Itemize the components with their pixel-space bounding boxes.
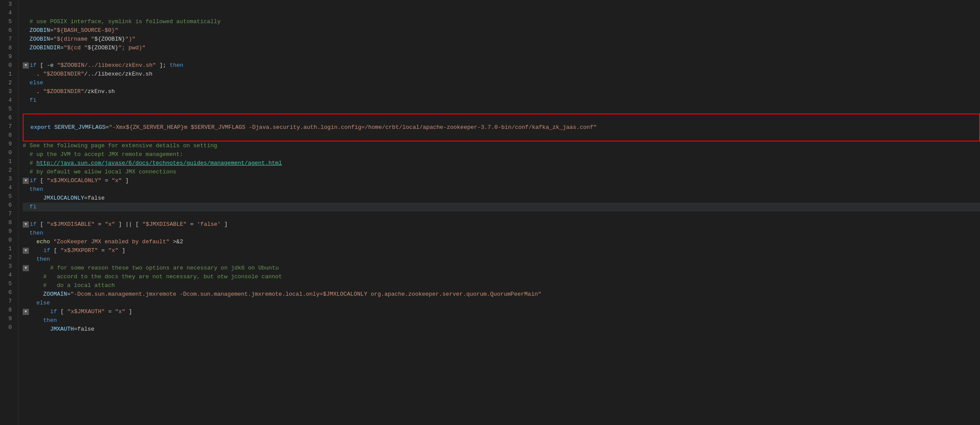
code-line: # up the JVM to accept JMX remote manage…: [23, 150, 980, 159]
line-number: 0: [0, 149, 14, 157]
code-line: fi: [23, 96, 980, 105]
code-line: fi: [23, 203, 980, 211]
line-number: 6: [0, 288, 14, 297]
line-number: 8: [0, 218, 14, 227]
code-line: then: [23, 255, 980, 264]
line-number: 4: [0, 271, 14, 280]
line-number: 5: [0, 17, 14, 26]
line-number: 9: [0, 314, 14, 323]
line-number: 1: [0, 70, 14, 79]
line-number: 0: [0, 236, 14, 245]
code-line: ZOOBIN="${BASH_SOURCE-$0}": [23, 26, 980, 35]
code-line: [24, 132, 979, 141]
code-line: [23, 211, 980, 220]
code-line: [23, 105, 980, 114]
line-number: 6: [0, 201, 14, 210]
code-line: ZOOBIN="$(dirname "${ZOOBIN}")": [23, 35, 980, 44]
line-number: 7: [0, 297, 14, 306]
line-number: 5: [0, 192, 14, 201]
code-line: ▼ if [ "x$JMXAUTH" = "x" ]: [23, 308, 980, 316]
code-line: # See the following page for extensive d…: [23, 142, 980, 150]
code-line: ▼ # for some reason these two options ar…: [23, 264, 980, 273]
line-number: 3: [0, 87, 14, 96]
line-number: 4: [0, 96, 14, 105]
code-line: # use POSIX interface, symlink is follow…: [23, 17, 980, 26]
red-box-highlight: export SERVER_JVMFLAGS="-Xmx${ZK_SERVER_…: [23, 114, 980, 142]
line-number: 9: [0, 52, 14, 61]
code-line: [24, 114, 979, 123]
code-line: ▼if [ "x$JMXDISABLE" = "x" ] || [ "$JMXD…: [23, 220, 980, 229]
line-number: 3: [0, 262, 14, 271]
code-line: echo "ZooKeeper JMX enabled by default" …: [23, 238, 980, 246]
code-line: then: [23, 316, 980, 325]
line-number: 0: [0, 323, 14, 332]
line-number: 9: [0, 227, 14, 236]
code-line: . "$ZOOBINDIR"/../libexec/zkEnv.sh: [23, 70, 980, 79]
line-number: 6: [0, 114, 14, 122]
line-numbers: 34567890123456789012345678901234567890: [0, 0, 18, 425]
line-number: 2: [0, 166, 14, 175]
code-line: ▼if [ "x$JMXLOCALONLY" = "x" ]: [23, 176, 980, 185]
code-line: ZOOBINDIR="$(cd "${ZOOBIN}"; pwd)": [23, 44, 980, 52]
line-number: 8: [0, 131, 14, 140]
code-line: ZOOMAIN="-Dcom.sun.management.jmxremote …: [23, 290, 980, 299]
line-number: 2: [0, 79, 14, 87]
code-line: # accord to the docs they are not necess…: [23, 273, 980, 281]
fold-icon[interactable]: ▼: [23, 309, 29, 315]
code-line: JMXAUTH=false: [23, 325, 980, 334]
line-number: 7: [0, 210, 14, 218]
line-number: 9: [0, 140, 14, 149]
line-number: 8: [0, 306, 14, 314]
fold-icon[interactable]: ▼: [23, 265, 29, 271]
code-line: # by default we allow local JMX connecti…: [23, 168, 980, 176]
code-container: 34567890123456789012345678901234567890 #…: [0, 0, 980, 425]
line-number: 8: [0, 44, 14, 52]
code-line: JMXLOCALONLY=false: [23, 194, 980, 203]
line-number: 4: [0, 183, 14, 192]
line-number: 6: [0, 26, 14, 35]
code-line: [23, 0, 980, 9]
code-line: . "$ZOOBINDIR"/zkEnv.sh: [23, 87, 980, 96]
line-number: 4: [0, 9, 14, 17]
code-line: # do a local attach: [23, 281, 980, 290]
code-line: else: [23, 299, 980, 308]
code-line: export SERVER_JVMFLAGS="-Xmx${ZK_SERVER_…: [24, 123, 979, 132]
fold-icon[interactable]: ▼: [23, 178, 29, 184]
line-number: 0: [0, 61, 14, 70]
code-line: [23, 52, 980, 61]
code-line: then: [23, 229, 980, 238]
line-number: 5: [0, 105, 14, 114]
code-line: ▼if [ -e "$ZOOBIN/../libexec/zkEnv.sh" ]…: [23, 61, 980, 70]
line-number: 2: [0, 253, 14, 262]
line-number: 1: [0, 245, 14, 253]
fold-icon[interactable]: ▼: [23, 221, 29, 228]
line-number: 3: [0, 175, 14, 183]
line-number: 3: [0, 0, 14, 9]
code-content[interactable]: # use POSIX interface, symlink is follow…: [18, 0, 980, 425]
code-line: else: [23, 79, 980, 87]
line-number: 1: [0, 157, 14, 166]
fold-icon[interactable]: ▼: [23, 62, 29, 69]
line-number: 5: [0, 280, 14, 288]
line-number: 7: [0, 122, 14, 131]
code-line: then: [23, 185, 980, 194]
code-line: # http://java.sun.com/javase/6/docs/tech…: [23, 159, 980, 168]
code-line: [23, 9, 980, 17]
code-line: ▼ if [ "x$JMXPORT" = "x" ]: [23, 246, 980, 255]
line-number: 7: [0, 35, 14, 44]
fold-icon[interactable]: ▼: [23, 248, 29, 254]
